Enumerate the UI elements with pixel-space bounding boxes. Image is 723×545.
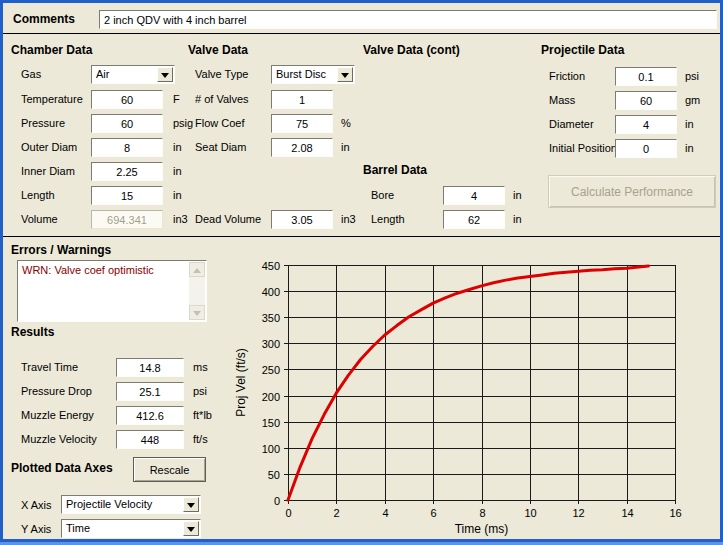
chevron-down-icon	[341, 73, 349, 78]
chamber-length-input[interactable]	[91, 186, 163, 205]
x-axis-select-arrow-button[interactable]	[183, 497, 199, 512]
friction-unit: psi	[685, 70, 699, 82]
initial-position-input[interactable]	[615, 139, 677, 158]
barrel-length-unit: in	[513, 213, 522, 225]
diameter-input[interactable]	[615, 115, 677, 134]
svg-text:16: 16	[669, 507, 681, 519]
inner-diam-unit: in	[173, 165, 182, 177]
bore-input[interactable]	[443, 186, 505, 205]
valve-type-select-arrow-button[interactable]	[337, 67, 353, 82]
svg-text:0: 0	[274, 495, 280, 507]
divider-top	[3, 33, 720, 34]
temperature-label: Temperature	[21, 93, 83, 105]
valve-type-label: Valve Type	[195, 68, 248, 80]
y-axis-select-arrow-button[interactable]	[183, 521, 199, 536]
y-axis-select-value: Time	[66, 522, 90, 534]
errors-scrollbar[interactable]	[189, 262, 205, 320]
barrel-length-input[interactable]	[443, 210, 505, 229]
barrel-data-title: Barrel Data	[363, 163, 427, 177]
outer-diam-label: Outer Diam	[21, 141, 77, 153]
volume-input	[91, 210, 163, 229]
flow-coef-input[interactable]	[271, 114, 333, 133]
initial-position-label: Initial Position	[549, 142, 617, 154]
svg-text:2: 2	[333, 507, 339, 519]
rescale-button[interactable]: Rescale	[133, 457, 206, 482]
friction-label: Friction	[549, 70, 585, 82]
initial-position-unit: in	[685, 142, 694, 154]
bore-label: Bore	[371, 189, 394, 201]
mass-unit: gm	[685, 94, 700, 106]
travel-time-unit: ms	[193, 361, 208, 373]
svg-text:100: 100	[262, 443, 280, 455]
muzzle-energy-input[interactable]	[116, 406, 184, 425]
diameter-label: Diameter	[549, 118, 594, 130]
warning-message: WRN: Valve coef optimistic	[22, 264, 154, 276]
scroll-up-button[interactable]	[189, 262, 205, 277]
volume-label: Volume	[21, 213, 58, 225]
errors-warnings-title: Errors / Warnings	[11, 243, 111, 257]
flow-coef-unit: %	[341, 117, 351, 129]
y-axis-select[interactable]: Time	[61, 519, 201, 538]
friction-input[interactable]	[615, 67, 677, 86]
valve-type-select-value: Burst Disc	[276, 68, 326, 80]
pressure-drop-input[interactable]	[116, 382, 184, 401]
arrow-up-icon	[193, 268, 201, 273]
divider-middle	[3, 236, 720, 237]
comments-label: Comments	[13, 12, 75, 26]
muzzle-velocity-unit: ft/s	[193, 433, 208, 445]
gas-select[interactable]: Air	[91, 65, 175, 84]
gas-select-arrow-button[interactable]	[157, 67, 173, 82]
comments-input[interactable]	[99, 10, 717, 29]
outer-diam-input[interactable]	[91, 138, 163, 157]
errors-warnings-box[interactable]: WRN: Valve coef optimistic	[17, 260, 207, 322]
bore-unit: in	[513, 189, 522, 201]
chevron-down-icon	[161, 73, 169, 78]
diameter-unit: in	[685, 118, 694, 130]
results-title: Results	[11, 325, 54, 339]
performance-chart: 0246810121416050100150200250300350400450…	[231, 243, 723, 543]
muzzle-energy-label: Muzzle Energy	[21, 409, 94, 421]
travel-time-label: Travel Time	[21, 361, 78, 373]
calculate-performance-button: Calculate Performance	[548, 175, 716, 208]
x-axis-label: X Axis	[21, 499, 52, 511]
pressure-input[interactable]	[91, 114, 163, 133]
dead-volume-input[interactable]	[271, 210, 333, 229]
svg-text:4: 4	[382, 507, 388, 519]
svg-text:200: 200	[262, 391, 280, 403]
muzzle-velocity-label: Muzzle Velocity	[21, 433, 97, 445]
svg-text:150: 150	[262, 417, 280, 429]
flow-coef-label: Flow Coef	[195, 117, 245, 129]
svg-text:0: 0	[285, 507, 291, 519]
mass-input[interactable]	[615, 91, 677, 110]
seat-diam-input[interactable]	[271, 138, 333, 157]
svg-text:450: 450	[262, 260, 280, 272]
num-valves-input[interactable]	[271, 90, 333, 109]
svg-text:8: 8	[479, 507, 485, 519]
svg-text:6: 6	[430, 507, 436, 519]
svg-text:Proj Vel (ft/s): Proj Vel (ft/s)	[234, 348, 248, 417]
gas-select-value: Air	[96, 68, 109, 80]
seat-diam-label: Seat Diam	[195, 141, 246, 153]
svg-text:400: 400	[262, 286, 280, 298]
svg-text:10: 10	[524, 507, 536, 519]
pressure-drop-label: Pressure Drop	[21, 385, 92, 397]
svg-text:Time (ms): Time (ms)	[455, 522, 509, 536]
x-axis-select-value: Projectile Velocity	[66, 498, 152, 510]
temperature-input[interactable]	[91, 90, 163, 109]
arrow-down-icon	[193, 311, 201, 316]
pressure-unit: psig	[173, 117, 193, 129]
inner-diam-label: Inner Diam	[21, 165, 75, 177]
valve-type-select[interactable]: Burst Disc	[271, 65, 355, 84]
svg-text:12: 12	[572, 507, 584, 519]
num-valves-label: # of Valves	[195, 93, 249, 105]
muzzle-velocity-input[interactable]	[116, 430, 184, 449]
pressure-label: Pressure	[21, 117, 65, 129]
travel-time-input[interactable]	[116, 358, 184, 377]
svg-text:14: 14	[621, 507, 633, 519]
inner-diam-input[interactable]	[91, 162, 163, 181]
projectile-data-title: Projectile Data	[541, 43, 624, 57]
dead-volume-label: Dead Volume	[195, 213, 261, 225]
scroll-down-button[interactable]	[189, 305, 205, 320]
valve-data-title: Valve Data	[188, 43, 248, 57]
x-axis-select[interactable]: Projectile Velocity	[61, 495, 201, 514]
